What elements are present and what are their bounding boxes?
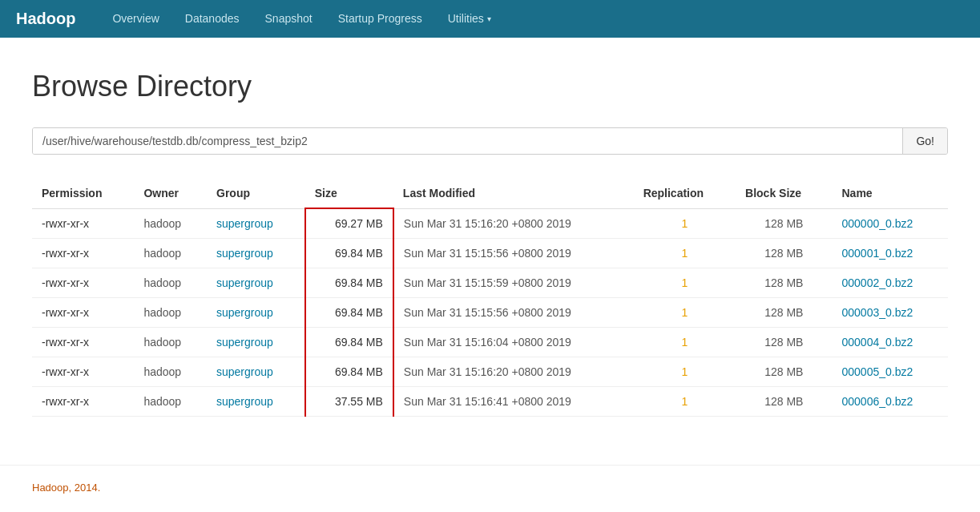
cell-name[interactable]: 000005_0.bz2 bbox=[833, 357, 949, 387]
table-row: -rwxr-xr-x hadoop supergroup 69.84 MB Su… bbox=[32, 357, 948, 387]
th-size: Size bbox=[305, 179, 393, 208]
cell-group: supergroup bbox=[207, 239, 305, 268]
path-bar: Go! bbox=[32, 127, 948, 155]
navbar-brand: Hadoop bbox=[16, 10, 75, 28]
cell-replication: 1 bbox=[634, 357, 736, 387]
cell-owner: hadoop bbox=[134, 387, 207, 417]
th-last-modified: Last Modified bbox=[393, 179, 634, 208]
table-body: -rwxr-xr-x hadoop supergroup 69.27 MB Su… bbox=[32, 208, 948, 417]
cell-name[interactable]: 000002_0.bz2 bbox=[833, 268, 949, 298]
cell-size: 69.84 MB bbox=[305, 357, 393, 387]
cell-group: supergroup bbox=[207, 387, 305, 417]
nav-item-utilities[interactable]: Utilities ▾ bbox=[435, 0, 504, 38]
cell-permission: -rwxr-xr-x bbox=[32, 387, 134, 417]
th-replication: Replication bbox=[634, 179, 736, 208]
nav-item-overview[interactable]: Overview bbox=[99, 0, 171, 38]
footer: Hadoop, 2014. bbox=[0, 465, 980, 510]
cell-permission: -rwxr-xr-x bbox=[32, 328, 134, 357]
nav-item-snapshot[interactable]: Snapshot bbox=[252, 0, 325, 38]
table-row: -rwxr-xr-x hadoop supergroup 37.55 MB Su… bbox=[32, 387, 948, 417]
cell-group: supergroup bbox=[207, 328, 305, 357]
footer-text: Hadoop, 2014. bbox=[32, 482, 100, 494]
file-link[interactable]: 000003_0.bz2 bbox=[842, 306, 913, 319]
cell-group: supergroup bbox=[207, 357, 305, 387]
cell-owner: hadoop bbox=[134, 328, 207, 357]
cell-owner: hadoop bbox=[134, 357, 207, 387]
cell-size: 69.84 MB bbox=[305, 328, 393, 357]
cell-block-size: 128 MB bbox=[736, 357, 832, 387]
directory-table: Permission Owner Group Size Last Modifie… bbox=[32, 179, 948, 417]
page-title: Browse Directory bbox=[32, 70, 948, 103]
cell-replication: 1 bbox=[634, 387, 736, 417]
table-row: -rwxr-xr-x hadoop supergroup 69.84 MB Su… bbox=[32, 268, 948, 298]
cell-size: 69.84 MB bbox=[305, 268, 393, 298]
cell-last-modified: Sun Mar 31 15:16:20 +0800 2019 bbox=[393, 357, 634, 387]
cell-last-modified: Sun Mar 31 15:16:41 +0800 2019 bbox=[393, 387, 634, 417]
table-row: -rwxr-xr-x hadoop supergroup 69.84 MB Su… bbox=[32, 328, 948, 357]
cell-replication: 1 bbox=[634, 208, 736, 239]
nav-item-datanodes[interactable]: Datanodes bbox=[172, 0, 252, 38]
th-block-size: Block Size bbox=[736, 179, 832, 208]
nav-item-startup-progress[interactable]: Startup Progress bbox=[325, 0, 435, 38]
nav-link-utilities[interactable]: Utilities ▾ bbox=[435, 0, 504, 38]
cell-block-size: 128 MB bbox=[736, 298, 832, 328]
go-button[interactable]: Go! bbox=[902, 128, 947, 154]
th-group: Group bbox=[207, 179, 305, 208]
cell-last-modified: Sun Mar 31 15:15:56 +0800 2019 bbox=[393, 298, 634, 328]
cell-name[interactable]: 000000_0.bz2 bbox=[833, 208, 949, 239]
main-content: Browse Directory Go! Permission Owner Gr… bbox=[0, 38, 980, 433]
cell-group: supergroup bbox=[207, 268, 305, 298]
cell-size: 69.84 MB bbox=[305, 298, 393, 328]
cell-permission: -rwxr-xr-x bbox=[32, 208, 134, 239]
cell-last-modified: Sun Mar 31 15:16:20 +0800 2019 bbox=[393, 208, 634, 239]
cell-block-size: 128 MB bbox=[736, 239, 832, 268]
cell-name[interactable]: 000006_0.bz2 bbox=[833, 387, 949, 417]
file-link[interactable]: 000005_0.bz2 bbox=[842, 365, 913, 378]
file-link[interactable]: 000004_0.bz2 bbox=[842, 336, 913, 349]
cell-block-size: 128 MB bbox=[736, 268, 832, 298]
table-header-row: Permission Owner Group Size Last Modifie… bbox=[32, 179, 948, 208]
cell-block-size: 128 MB bbox=[736, 387, 832, 417]
file-link[interactable]: 000001_0.bz2 bbox=[842, 247, 913, 260]
cell-size: 37.55 MB bbox=[305, 387, 393, 417]
utilities-dropdown-icon: ▾ bbox=[487, 0, 491, 38]
cell-owner: hadoop bbox=[134, 208, 207, 239]
file-link[interactable]: 000002_0.bz2 bbox=[842, 276, 913, 289]
cell-replication: 1 bbox=[634, 268, 736, 298]
cell-replication: 1 bbox=[634, 239, 736, 268]
th-name: Name bbox=[833, 179, 949, 208]
nav-link-datanodes[interactable]: Datanodes bbox=[172, 0, 252, 38]
nav-link-startup-progress[interactable]: Startup Progress bbox=[325, 0, 435, 38]
nav-link-snapshot[interactable]: Snapshot bbox=[252, 0, 325, 38]
cell-name[interactable]: 000003_0.bz2 bbox=[833, 298, 949, 328]
table-row: -rwxr-xr-x hadoop supergroup 69.27 MB Su… bbox=[32, 208, 948, 239]
cell-permission: -rwxr-xr-x bbox=[32, 298, 134, 328]
navbar: Hadoop Overview Datanodes Snapshot Start… bbox=[0, 0, 980, 38]
file-link[interactable]: 000000_0.bz2 bbox=[842, 217, 913, 230]
cell-permission: -rwxr-xr-x bbox=[32, 357, 134, 387]
table-row: -rwxr-xr-x hadoop supergroup 69.84 MB Su… bbox=[32, 298, 948, 328]
table-row: -rwxr-xr-x hadoop supergroup 69.84 MB Su… bbox=[32, 239, 948, 268]
cell-last-modified: Sun Mar 31 15:15:59 +0800 2019 bbox=[393, 268, 634, 298]
file-link[interactable]: 000006_0.bz2 bbox=[842, 395, 913, 408]
cell-block-size: 128 MB bbox=[736, 328, 832, 357]
navbar-links: Overview Datanodes Snapshot Startup Prog… bbox=[99, 0, 503, 38]
cell-replication: 1 bbox=[634, 298, 736, 328]
cell-group: supergroup bbox=[207, 208, 305, 239]
cell-owner: hadoop bbox=[134, 239, 207, 268]
cell-owner: hadoop bbox=[134, 298, 207, 328]
cell-last-modified: Sun Mar 31 15:16:04 +0800 2019 bbox=[393, 328, 634, 357]
cell-name[interactable]: 000001_0.bz2 bbox=[833, 239, 949, 268]
cell-permission: -rwxr-xr-x bbox=[32, 268, 134, 298]
th-owner: Owner bbox=[134, 179, 207, 208]
cell-replication: 1 bbox=[634, 328, 736, 357]
th-permission: Permission bbox=[32, 179, 134, 208]
cell-permission: -rwxr-xr-x bbox=[32, 239, 134, 268]
cell-name[interactable]: 000004_0.bz2 bbox=[833, 328, 949, 357]
nav-link-overview[interactable]: Overview bbox=[99, 0, 171, 38]
path-input[interactable] bbox=[33, 128, 902, 154]
cell-owner: hadoop bbox=[134, 268, 207, 298]
cell-last-modified: Sun Mar 31 15:15:56 +0800 2019 bbox=[393, 239, 634, 268]
cell-size: 69.27 MB bbox=[305, 208, 393, 239]
cell-group: supergroup bbox=[207, 298, 305, 328]
